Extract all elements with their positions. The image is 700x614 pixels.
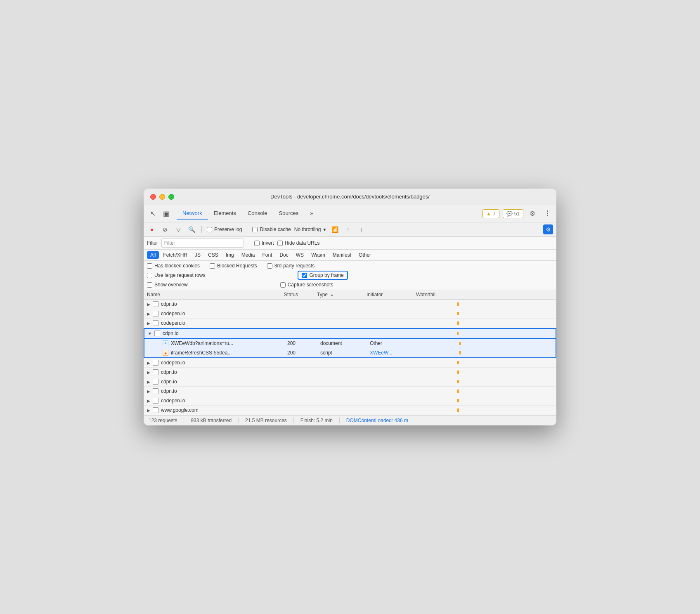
group-by-frame-label[interactable]: Group by frame <box>298 271 348 280</box>
type-media[interactable]: Media <box>238 251 258 259</box>
large-rows-label[interactable]: Use large request rows <box>147 272 205 278</box>
header-name: Name <box>147 292 284 298</box>
type-other[interactable]: Other <box>355 251 374 259</box>
maximize-button[interactable] <box>168 194 174 200</box>
disable-cache-checkbox[interactable] <box>252 227 258 232</box>
waterfall-cell <box>416 378 553 385</box>
upload-icon[interactable]: ↑ <box>343 224 353 234</box>
settings-icon[interactable]: ⚙ <box>527 208 538 220</box>
requests-count: 123 requests <box>149 418 184 423</box>
dom-loaded[interactable]: DOMContentLoaded: 436 m <box>340 418 415 423</box>
window-title: DevTools - developer.chrome.com/docs/dev… <box>270 194 430 200</box>
row-name-text: cdpn.io <box>161 379 177 385</box>
blocked-cookies-checkbox[interactable] <box>147 263 152 269</box>
group-by-frame-checkbox[interactable] <box>302 273 307 278</box>
header-initiator[interactable]: Initiator <box>367 292 416 298</box>
row-initiator[interactable]: XWEeW... <box>370 350 419 356</box>
waterfall-cell <box>416 407 553 413</box>
waterfall-bar <box>459 342 461 345</box>
preserve-log-checkbox[interactable] <box>207 227 212 232</box>
header-status[interactable]: Status <box>284 292 317 298</box>
show-overview-label[interactable]: Show overview <box>147 282 188 288</box>
header-type[interactable]: Type ▲ <box>317 292 358 298</box>
disable-cache-label[interactable]: Disable cache <box>252 227 291 232</box>
type-filter-bar: All Fetch/XHR JS CSS Img Media Font Doc … <box>144 250 556 261</box>
table-row[interactable]: ▶ codepen.io <box>144 396 556 406</box>
invert-label[interactable]: Invert <box>254 240 274 246</box>
large-rows-checkbox[interactable] <box>147 273 152 278</box>
row-name-text: iframeRefreshCSS-550ea... <box>171 350 232 356</box>
hide-data-checkbox[interactable] <box>277 241 283 246</box>
third-party-checkbox[interactable] <box>267 263 272 269</box>
minimize-button[interactable] <box>159 194 165 200</box>
capture-screenshots-label[interactable]: Capture screenshots <box>280 282 333 288</box>
throttle-select[interactable]: No throttling ▼ <box>294 227 327 232</box>
warning-badge[interactable]: ▲ 7 <box>482 209 499 218</box>
close-button[interactable] <box>150 194 156 200</box>
cursor-icon[interactable]: ↖ <box>147 208 158 220</box>
wifi-icon[interactable]: 📶 <box>330 224 340 234</box>
search-button[interactable]: 🔍 <box>187 224 196 234</box>
preserve-log-label[interactable]: Preserve log <box>207 227 242 232</box>
type-js[interactable]: JS <box>192 251 204 259</box>
tab-elements[interactable]: Elements <box>208 208 242 220</box>
type-ws[interactable]: WS <box>293 251 307 259</box>
filter-input[interactable] <box>161 239 244 248</box>
capture-screenshots-checkbox[interactable] <box>280 282 286 288</box>
table-row[interactable]: ▶ cdpn.io <box>144 368 556 377</box>
blocked-requests-label[interactable]: Blocked Requests <box>210 263 257 269</box>
table-row[interactable]: ▶ cdpn.io <box>144 300 556 309</box>
row-name-cell: ▶ codepen.io <box>147 398 284 404</box>
hide-data-label[interactable]: Hide data URLs <box>277 240 320 246</box>
show-overview-checkbox[interactable] <box>147 282 152 288</box>
doc-icon: ≡ <box>163 340 168 346</box>
table-row[interactable]: ▶ codepen.io <box>144 309 556 319</box>
device-icon[interactable]: ▣ <box>160 208 172 220</box>
message-badge[interactable]: 💬 51 <box>503 209 523 218</box>
table-row[interactable]: ▶ cdpn.io <box>144 377 556 387</box>
tab-sources[interactable]: Sources <box>273 208 305 220</box>
table-row-sub-highlighted[interactable]: ≡ XWEeWdb?animations=ru... 200 document … <box>144 339 556 348</box>
row-name-text: cdpn.io <box>161 369 177 375</box>
stop-button[interactable]: ⊘ <box>160 224 170 234</box>
type-manifest[interactable]: Manifest <box>329 251 355 259</box>
download-icon[interactable]: ↓ <box>356 224 366 234</box>
header-waterfall[interactable]: Waterfall <box>416 292 553 298</box>
type-all[interactable]: All <box>147 251 159 259</box>
network-settings-icon[interactable]: ⚙ <box>543 224 553 234</box>
group-by-frame-text: Group by frame <box>309 272 343 278</box>
row-name-text: codepen.io <box>161 311 185 316</box>
tab-more[interactable]: » <box>304 208 319 220</box>
third-party-label[interactable]: 3rd-party requests <box>267 263 315 269</box>
type-font[interactable]: Font <box>259 251 275 259</box>
expand-icon: ▶ <box>147 389 150 394</box>
table-row[interactable]: ▶ codepen.io <box>144 319 556 328</box>
row-initiator: Other <box>370 340 419 346</box>
type-doc[interactable]: Doc <box>276 251 291 259</box>
row-name-cell: ◈ iframeRefreshCSS-550ea... <box>154 350 287 356</box>
expand-icon: ▶ <box>147 361 150 365</box>
table-row[interactable]: ▶ cdpn.io <box>144 387 556 396</box>
record-button[interactable]: ● <box>147 224 157 234</box>
filter-button[interactable]: ▽ <box>173 224 183 234</box>
blocked-cookies-label[interactable]: Has blocked cookies <box>147 263 200 269</box>
table-row-sub-highlighted-2[interactable]: ◈ iframeRefreshCSS-550ea... 200 script X… <box>144 348 556 358</box>
type-wasm[interactable]: Wasm <box>308 251 329 259</box>
invert-checkbox[interactable] <box>254 241 260 246</box>
waterfall-cell <box>416 330 552 337</box>
table-row[interactable]: ▶ www.google.com <box>144 406 556 415</box>
tab-network[interactable]: Network <box>177 208 208 220</box>
waterfall-bar <box>457 361 459 364</box>
table-row-highlighted-group[interactable]: ▼ cdpn.io <box>144 328 556 339</box>
expand-icon: ▶ <box>147 380 150 384</box>
type-img[interactable]: Img <box>222 251 237 259</box>
tab-console[interactable]: Console <box>242 208 273 220</box>
folder-icon <box>153 360 158 366</box>
more-options-icon[interactable]: ⋮ <box>542 208 553 220</box>
waterfall-cell <box>416 388 553 394</box>
table-row[interactable]: ▶ codepen.io <box>144 358 556 368</box>
main-toolbar: ↖ ▣ Network Elements Console Sources » ▲… <box>144 205 556 222</box>
type-fetch[interactable]: Fetch/XHR <box>160 251 191 259</box>
type-css[interactable]: CSS <box>205 251 222 259</box>
blocked-requests-checkbox[interactable] <box>210 263 215 269</box>
